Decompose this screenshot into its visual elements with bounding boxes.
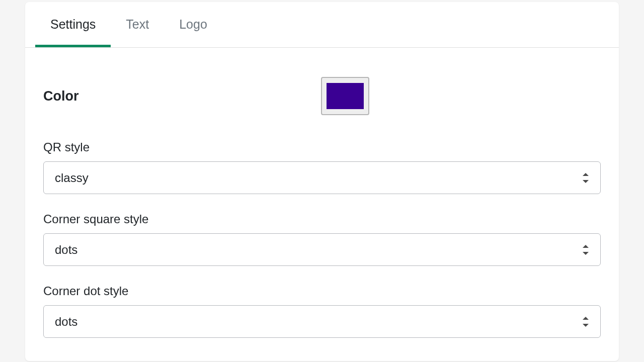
corner-square-style-select-wrapper: dots: [43, 233, 601, 266]
settings-card: Settings Text Logo Color QR style classy…: [25, 2, 619, 361]
tab-text[interactable]: Text: [111, 2, 164, 47]
tabs: Settings Text Logo: [25, 2, 619, 48]
corner-square-style-select[interactable]: dots: [43, 233, 601, 266]
color-swatch: [327, 83, 364, 109]
qr-style-field: QR style classy: [43, 140, 601, 194]
corner-dot-style-select[interactable]: dots: [43, 305, 601, 338]
corner-square-style-label: Corner square style: [43, 212, 601, 226]
corner-dot-style-field: Corner dot style dots: [43, 284, 601, 338]
tab-logo[interactable]: Logo: [164, 2, 222, 47]
qr-style-label: QR style: [43, 140, 601, 154]
settings-content: Color QR style classy Corner square styl…: [25, 48, 619, 361]
tab-settings[interactable]: Settings: [35, 2, 111, 47]
qr-style-select[interactable]: classy: [43, 161, 601, 194]
corner-dot-style-select-wrapper: dots: [43, 305, 601, 338]
color-label: Color: [43, 88, 321, 104]
qr-style-select-wrapper: classy: [43, 161, 601, 194]
color-row: Color: [43, 77, 601, 115]
color-picker[interactable]: [321, 77, 369, 115]
corner-dot-style-label: Corner dot style: [43, 284, 601, 298]
corner-square-style-field: Corner square style dots: [43, 212, 601, 266]
